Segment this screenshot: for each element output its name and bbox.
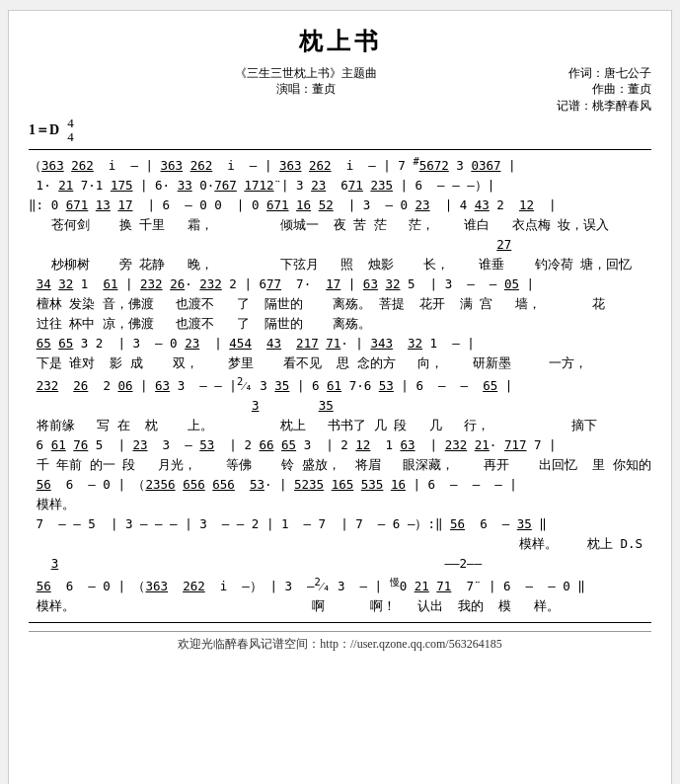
subtitle2: 演唱：董贞 bbox=[108, 81, 503, 98]
music-line-6: 232 26 2 06 | 63 3 — — |2⁄₄ 3 35 | 6 61 … bbox=[29, 373, 651, 396]
music-line-3b: 27 bbox=[29, 235, 651, 255]
notation: 记谱：桃李醉春风 bbox=[503, 98, 651, 115]
lyricist: 作词：唐七公子 bbox=[503, 65, 651, 82]
page: 枕上书 《三生三世枕上书》主题曲 演唱：董贞 作词：唐七公子 作曲：董贞 记谱：… bbox=[8, 10, 672, 784]
music-line-3: ‖: 0 671 13 17 | 6 — 0 0 | 0 671 16 52 |… bbox=[29, 196, 651, 215]
lyrics-line-9: 模样。 枕上 D.S bbox=[29, 534, 651, 554]
lyrics-line-5: 下是 谁对 影 成 双， 梦里 看不见 思 念的方 向， 研新墨 一方， bbox=[29, 353, 651, 373]
time-bottom: 4 bbox=[67, 130, 74, 144]
music-line-5: 65 65 3 2 | 3 — 0 23 | 454 43 217 71· | … bbox=[29, 334, 651, 353]
subtitle-row: 《三生三世枕上书》主题曲 演唱：董贞 作词：唐七公子 作曲：董贞 记谱：桃李醉春… bbox=[29, 65, 651, 115]
lyrics-line-4: 檀林 发染 音，佛渡 也渡不 了 隔世的 离殇。 菩提 花开 满 宫 墙， 花 bbox=[29, 294, 651, 314]
music-line-2: 1· 21 7·1 175 | 6· 33 0·767 1712̈ | 3 23… bbox=[29, 176, 651, 196]
music-line-9: 7 — — 5 | 3 — — — | 3 — — 2 | 1 — 7 | 7 … bbox=[29, 514, 651, 534]
lyrics-line-8: 模样。 bbox=[29, 495, 651, 514]
key-text: 1＝D bbox=[29, 120, 59, 140]
lyrics-line-10: 模样。 啊 啊！ 认出 我的 模 样。 bbox=[29, 596, 651, 616]
music-line-7: 6 61 76 5 | 23 3 — 53 | 2 66 65 3 | 2 12… bbox=[29, 435, 651, 455]
time-signature: 4 4 bbox=[67, 117, 74, 145]
credits: 作词：唐七公子 作曲：董贞 记谱：桃李醉春风 bbox=[503, 65, 651, 115]
song-title: 枕上书 bbox=[29, 26, 651, 59]
subtitle-center: 《三生三世枕上书》主题曲 演唱：董贞 bbox=[108, 65, 503, 99]
key-row: 1＝D 4 4 bbox=[29, 117, 651, 145]
lyrics-6-sub: 3 35 bbox=[29, 396, 651, 416]
lyrics-line-4b: 过往 杯中 凉，佛渡 也渡不 了 隔世的 离殇。 bbox=[29, 314, 651, 334]
lyrics-line-3: 苍何剑 换 千里 霜， 倾城一 夜 苦 茫 茫， 谁白 衣点梅 妆，误入 bbox=[29, 215, 651, 235]
composer: 作曲：董贞 bbox=[503, 81, 651, 98]
footer: 欢迎光临醉春风记谱空间：http：//user.qzone.qq.com/563… bbox=[29, 631, 651, 653]
music-line-10b: 56 6 — 0 | （363 262 i —） | 3 —2⁄₄ 3 — | … bbox=[29, 574, 651, 596]
music-line-10: 3 ——2—— bbox=[29, 554, 651, 574]
music-line-8: 56 6 — 0 | （2356 656 656 53· | 5235 165 … bbox=[29, 475, 651, 495]
music-line-4: 34 32 1 61 | 232 26· 232 2 | 677 7· 17 |… bbox=[29, 274, 651, 294]
time-top: 4 bbox=[67, 117, 74, 130]
lyrics-line-7: 千 年前 的一 段 月光， 等佛 铃 盛放， 将眉 眼深藏， 再开 出回忆 里 … bbox=[29, 455, 651, 475]
lyrics-line-3b: 杪柳树 旁 花静 晚， 下弦月 照 烛影 长， 谁垂 钓冷荷 塘，回忆 bbox=[29, 255, 651, 274]
lyrics-line-6: 将前缘 写 在 枕 上。 枕上 书书了 几 段 几 行， 摘下 bbox=[29, 416, 651, 435]
subtitle1: 《三生三世枕上书》主题曲 bbox=[108, 65, 503, 82]
music-line-1: （363 262 i — | 363 262 i — | 363 262 i —… bbox=[29, 153, 651, 176]
